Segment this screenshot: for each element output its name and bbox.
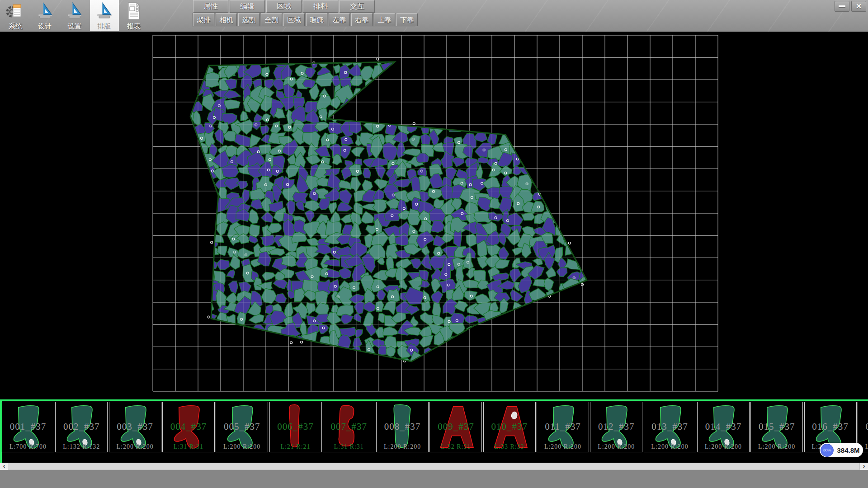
nesting-canvas[interactable] xyxy=(0,32,868,399)
tool-button-聚排[interactable]: 聚排 xyxy=(193,13,214,26)
close-button[interactable]: ✕ xyxy=(851,1,866,12)
piece-shape xyxy=(755,403,798,451)
piece-shape xyxy=(863,403,868,451)
main-tab-report[interactable]: 报表 xyxy=(119,0,148,31)
piece-shape xyxy=(167,403,210,451)
status-bar xyxy=(0,470,868,488)
piece-thumbnail-015_#37[interactable]: 015_#37 L:200 R:200 xyxy=(750,402,803,452)
piece-shape xyxy=(274,403,317,451)
menu-tab-交互[interactable]: 交互 xyxy=(340,0,375,13)
scroll-left-button[interactable]: ‹ xyxy=(0,463,8,470)
main-tab-nesting[interactable]: 排版 xyxy=(90,0,119,31)
main-tab-design[interactable]: 设计 xyxy=(31,0,60,31)
tool-button-选割[interactable]: 选割 xyxy=(238,13,259,26)
main-tab-label: 系统 xyxy=(1,23,30,29)
piece-shape xyxy=(595,403,637,451)
piece-thumbnail-003_#37[interactable]: 003_#37 L:200 R:200 xyxy=(109,402,161,452)
piece-shape xyxy=(702,403,745,451)
piece-shape xyxy=(542,403,584,451)
piece-thumbnail-010_#37[interactable]: 010_#37 L:33 R:33 xyxy=(483,402,536,452)
tool-button-瑕疵[interactable]: 瑕疵 xyxy=(306,13,327,26)
piece-shape xyxy=(488,403,531,451)
piece-shape xyxy=(434,403,477,451)
set-square-icon xyxy=(94,1,114,21)
pieces-strip: 001_#37 L:700 R:700 002_#37 L:132 R:132 … xyxy=(0,399,868,463)
scrollbar-thumb[interactable] xyxy=(8,463,859,469)
piece-shape xyxy=(221,403,263,451)
set-square-icon xyxy=(65,1,85,21)
piece-thumbnail-001_#37[interactable]: 001_#37 L:700 R:700 xyxy=(2,402,54,452)
piece-thumbnail-007_#37[interactable]: 007_#37 L:31 R:31 xyxy=(323,402,375,452)
progress-badge: 38% 384.8M xyxy=(820,443,863,457)
piece-shape xyxy=(381,403,424,451)
horizontal-scrollbar[interactable]: ‹ › xyxy=(0,463,868,470)
nesting-drawing xyxy=(0,32,868,399)
piece-shape xyxy=(7,403,49,451)
set-square-icon xyxy=(35,1,55,21)
piece-shape xyxy=(328,403,370,451)
piece-thumbnail-011_#37[interactable]: 011_#37 L:200 R:200 xyxy=(537,402,589,452)
scroll-right-button[interactable]: › xyxy=(860,463,868,470)
main-tab-system[interactable]: 系统 xyxy=(1,0,30,31)
menu-tab-属性[interactable]: 属性 xyxy=(193,0,228,13)
tool-button-右靠[interactable]: 右靠 xyxy=(351,13,373,26)
piece-thumbnail-012_#37[interactable]: 012_#37 L:200 R:200 xyxy=(590,402,642,452)
piece-thumbnail-013_#37[interactable]: 013_#37 L:200 R:200 xyxy=(644,402,696,452)
tool-button-相机[interactable]: 相机 xyxy=(216,13,237,26)
menu-tab-编辑[interactable]: 编辑 xyxy=(230,0,265,13)
minimize-button[interactable] xyxy=(835,1,849,12)
tool-button-下靠[interactable]: 下靠 xyxy=(396,13,418,26)
main-tab-label: 设计 xyxy=(31,23,60,29)
menu-tabs: 属性编辑区域排料交互 xyxy=(193,0,376,13)
close-icon: ✕ xyxy=(856,2,862,10)
piece-shape xyxy=(114,403,156,451)
tool-buttons: 聚排相机选割全割区域瑕疵左靠右靠上靠下靠 xyxy=(193,13,419,26)
minimize-icon xyxy=(839,5,845,7)
piece-thumbnail-006_#37[interactable]: 006_#37 L:21 R:21 xyxy=(269,402,322,452)
piece-thumbnail-014_#37[interactable]: 014_#37 L:200 R:200 xyxy=(697,402,750,452)
app-window: 系统 设计 设置 排版 报表 属性编辑区域排料交互 聚排相机选割全割区域瑕疵左靠… xyxy=(0,0,868,488)
main-tab-label: 报表 xyxy=(119,23,148,29)
piece-shape xyxy=(60,403,103,451)
menu-tab-排料[interactable]: 排料 xyxy=(303,0,338,13)
tool-button-区域[interactable]: 区域 xyxy=(283,13,305,26)
tool-button-上靠[interactable]: 上靠 xyxy=(374,13,395,26)
report-document-icon xyxy=(124,1,144,21)
main-tab-label: 设置 xyxy=(60,23,89,29)
piece-thumbnail-005_#37[interactable]: 005_#37 L:200 R:200 xyxy=(216,402,268,452)
progress-percent: 38% xyxy=(821,444,834,457)
window-controls: ✕ xyxy=(835,1,866,12)
memory-usage: 384.8M xyxy=(834,446,863,454)
menu-tab-区域[interactable]: 区域 xyxy=(266,0,302,13)
main-tab-label: 排版 xyxy=(90,23,119,29)
tool-button-左靠[interactable]: 左靠 xyxy=(329,13,350,26)
system-gear-icon xyxy=(5,1,25,21)
piece-thumbnail-008_#37[interactable]: 008_#37 L:200 R:200 xyxy=(376,402,429,452)
piece-shape xyxy=(649,403,691,451)
tool-button-全割[interactable]: 全割 xyxy=(261,13,282,26)
toolbar: 系统 设计 设置 排版 报表 属性编辑区域排料交互 聚排相机选割全割区域瑕疵左靠… xyxy=(0,0,868,32)
piece-thumbnail-002_#37[interactable]: 002_#37 L:132 R:132 xyxy=(55,402,108,452)
piece-thumbnail-004_#37[interactable]: 004_#37 L:31 R:31 xyxy=(162,402,215,452)
piece-thumbnail-009_#37[interactable]: 009_#37 L:32 R:31 xyxy=(429,402,482,452)
main-tab-setup[interactable]: 设置 xyxy=(60,0,89,31)
